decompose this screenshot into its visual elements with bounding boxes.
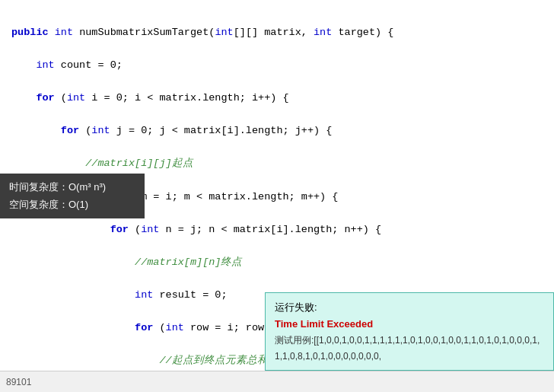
bottom-bar-text: 89101 [6, 377, 31, 387]
code-line-0: public int numSubmatrixSumTarget(int[][]… [11, 24, 543, 41]
code-line-2: for (int i = 0; i < matrix.length; i++) … [11, 90, 543, 107]
error-type-label: Time Limit Exceeded [275, 316, 544, 333]
code-line-7: //matrix[m][n]终点 [11, 254, 543, 271]
error-run-fail-label: 运行失败: [275, 299, 544, 316]
bottom-bar: 89101 [0, 371, 554, 392]
error-popup: 运行失败: Time Limit Exceeded 测试用例:[[1,0,0,1… [265, 292, 554, 371]
complexity-tooltip: 时间复杂度：O(m³ n³) 空间复杂度：O(1) [0, 174, 145, 218]
error-detail-text: 测试用例:[[1,0,0,1,0,0,1,1,1,1,1,1,0,1,0,0,1… [275, 333, 544, 364]
space-complexity-label: 空间复杂度：O(1) [9, 196, 135, 213]
code-line-4: //matrix[i][j]起点 [11, 155, 543, 172]
code-line-3: for (int j = 0; j < matrix[i].length; j+… [11, 123, 543, 139]
time-complexity-label: 时间复杂度：O(m³ n³) [9, 178, 135, 196]
code-line-6: for (int n = j; n < matrix[i].length; n+… [11, 221, 543, 238]
code-line-1: int count = 0; [11, 57, 543, 74]
